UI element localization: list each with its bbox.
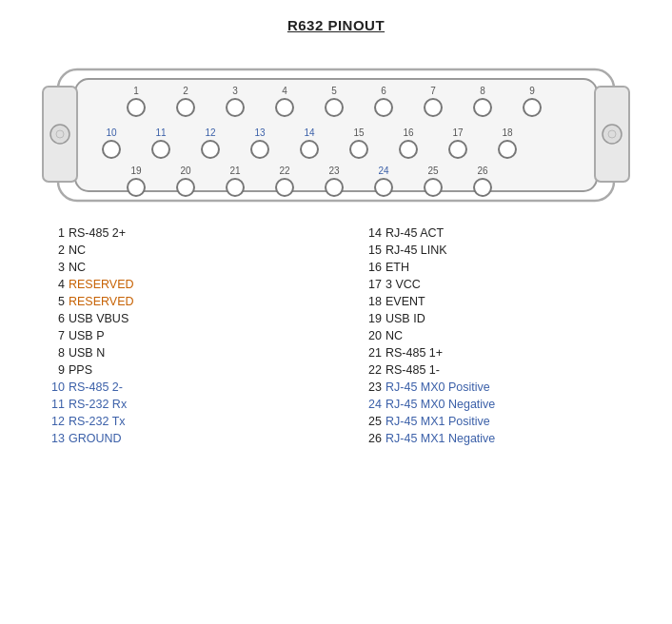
pin-label: 3 VCC (385, 278, 421, 291)
pinout-row: 26RJ-45 MX1 Negative (355, 432, 634, 445)
pin-label: RS-232 Rx (69, 398, 127, 411)
svg-point-21 (425, 99, 442, 116)
pin-number: 12 (38, 415, 65, 428)
pin-number: 24 (355, 398, 382, 411)
pin-label: RS-485 1- (385, 363, 440, 377)
pin-number: 26 (355, 432, 382, 445)
svg-text:5: 5 (331, 86, 337, 96)
svg-point-11 (177, 99, 194, 116)
pinout-row: 14RJ-45 ACT (355, 226, 634, 240)
pin-number: 16 (355, 261, 382, 274)
pin-number: 23 (355, 380, 382, 394)
pin-label: RS-485 2- (69, 380, 123, 394)
svg-point-23 (474, 99, 491, 116)
pin-number: 22 (355, 363, 382, 377)
svg-point-9 (128, 99, 145, 116)
pin-number: 2 (38, 244, 65, 257)
pinout-row: 18EVENT (355, 295, 634, 308)
pinout-row: 24RJ-45 MX0 Negative (355, 398, 634, 411)
svg-text:19: 19 (130, 166, 142, 176)
svg-point-57 (425, 179, 442, 196)
svg-point-45 (128, 179, 145, 196)
svg-point-29 (152, 141, 169, 158)
pinout-row: 1RS-485 2+ (38, 226, 317, 240)
svg-text:2: 2 (183, 86, 188, 96)
svg-text:12: 12 (205, 127, 216, 138)
pin-label: NC (385, 329, 403, 342)
pin-number: 8 (38, 346, 65, 360)
pin-label: USB N (69, 346, 105, 360)
pinout-row: 4RESERVED (38, 278, 317, 291)
pin-number: 14 (355, 226, 382, 240)
svg-text:1: 1 (133, 86, 139, 96)
pinout-row: 25RJ-45 MX1 Positive (355, 415, 634, 428)
pin-number: 21 (355, 346, 382, 360)
connector-diagram: 1 2 3 4 5 6 7 8 9 10 11 12 (41, 50, 631, 217)
svg-point-15 (276, 99, 293, 116)
pinout-row: 16ETH (355, 261, 634, 274)
pinout-row: 9PPS (38, 363, 317, 377)
pin-number: 10 (38, 380, 65, 394)
svg-point-4 (50, 125, 69, 144)
pin-number: 20 (355, 329, 382, 342)
pin-number: 3 (38, 261, 65, 274)
pin-number: 7 (38, 329, 65, 342)
svg-text:8: 8 (480, 86, 485, 96)
svg-point-19 (375, 99, 392, 116)
svg-text:16: 16 (403, 127, 414, 138)
svg-text:21: 21 (229, 166, 241, 176)
pinout-row: 23RJ-45 MX0 Positive (355, 380, 634, 394)
pin-label: RJ-45 MX1 Negative (385, 432, 495, 445)
svg-text:26: 26 (477, 166, 488, 176)
pin-label: RJ-45 ACT (385, 226, 444, 240)
svg-point-33 (251, 141, 268, 158)
pin-label: ETH (385, 261, 409, 274)
pinout-row: 8USB N (38, 346, 317, 360)
svg-text:4: 4 (282, 86, 287, 96)
pinout-right-col: 14RJ-45 ACT15RJ-45 LINK16ETH173 VCC18EVE… (355, 226, 634, 449)
svg-text:22: 22 (279, 166, 290, 176)
pin-number: 9 (38, 363, 65, 377)
svg-point-37 (350, 141, 367, 158)
pin-label: EVENT (385, 295, 425, 308)
svg-point-31 (202, 141, 219, 158)
svg-point-35 (301, 141, 318, 158)
pin-label: GROUND (69, 432, 122, 445)
svg-point-47 (177, 179, 194, 196)
svg-point-41 (449, 141, 466, 158)
pinout-row: 12RS-232 Tx (38, 415, 317, 428)
pin-number: 6 (38, 312, 65, 325)
svg-text:3: 3 (232, 86, 238, 96)
pin-label: RS-232 Tx (69, 415, 126, 428)
pin-label: RS-485 1+ (385, 346, 443, 360)
pinout-left-col: 1RS-485 2+2NC3NC4RESERVED5RESERVED6USB V… (38, 226, 317, 449)
pin-number: 19 (355, 312, 382, 325)
pinout-row: 15RJ-45 LINK (355, 244, 634, 257)
pinout-row: 173 VCC (355, 278, 634, 291)
pin-number: 13 (38, 432, 65, 445)
pinout-row: 6USB VBUS (38, 312, 317, 325)
svg-text:23: 23 (328, 166, 340, 176)
svg-text:11: 11 (155, 127, 167, 138)
pinout-row: 2NC (38, 244, 317, 257)
svg-text:6: 6 (381, 86, 386, 96)
svg-text:14: 14 (304, 127, 315, 138)
pin-label: RJ-45 LINK (385, 244, 447, 257)
pinout-row: 22RS-485 1- (355, 363, 634, 377)
pinout-row: 10RS-485 2- (38, 380, 317, 394)
svg-point-13 (227, 99, 244, 116)
pinout-row: 5RESERVED (38, 295, 317, 308)
pinout-table: 1RS-485 2+2NC3NC4RESERVED5RESERVED6USB V… (29, 226, 643, 449)
svg-text:9: 9 (529, 86, 535, 96)
svg-point-49 (227, 179, 244, 196)
svg-point-59 (474, 179, 491, 196)
svg-text:13: 13 (254, 127, 266, 138)
pin-number: 1 (38, 226, 65, 240)
pin-number: 4 (38, 278, 65, 291)
page: R632 PINOUT 1 2 3 4 5 6 7 (0, 0, 672, 624)
svg-text:24: 24 (378, 166, 389, 176)
svg-point-43 (499, 141, 516, 158)
pin-number: 17 (355, 278, 382, 291)
svg-point-53 (326, 179, 343, 196)
pin-label: RJ-45 MX1 Positive (385, 415, 490, 428)
